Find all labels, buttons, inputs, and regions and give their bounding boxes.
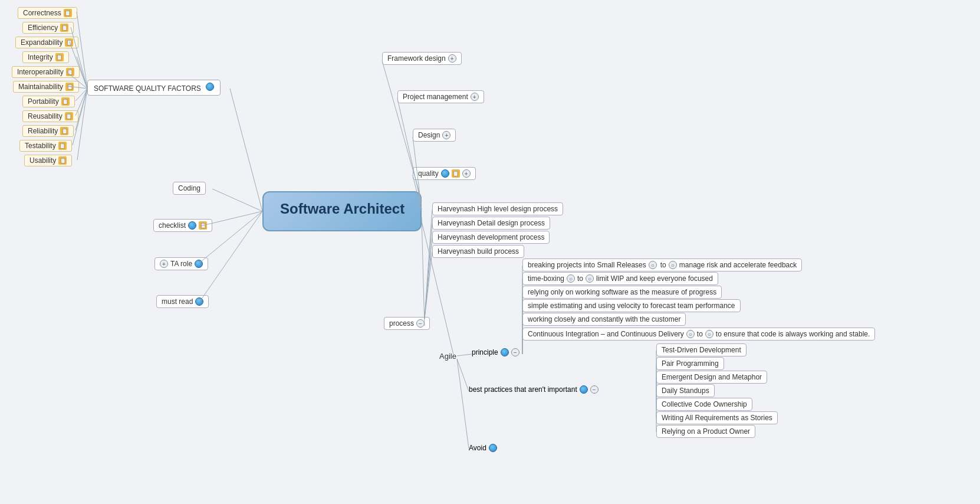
expand-icon[interactable]: −: [590, 385, 598, 394]
note-icon: 📋: [60, 127, 68, 135]
svg-line-28: [457, 359, 469, 449]
note-icon: 📋: [64, 9, 72, 17]
svg-line-12: [212, 189, 262, 211]
principle-timeboxing: time-boxing ○ to ○ limit WIP and keep ev…: [522, 272, 718, 285]
central-node: Software Architect: [262, 191, 422, 231]
coding-node[interactable]: Coding: [173, 182, 206, 195]
sidebar-label: Integrity: [28, 53, 53, 61]
quality-factors-node[interactable]: SOFTWARE QUALITY FACTORS: [87, 80, 221, 96]
sidebar-efficiency[interactable]: Efficiency 📋: [22, 22, 74, 34]
sidebar-testability[interactable]: Testability 📋: [19, 140, 72, 152]
globe-icon: [206, 83, 214, 91]
note-icon: 📋: [199, 221, 207, 230]
design-node[interactable]: Design +: [413, 129, 456, 142]
bp-pair: Pair Programming: [656, 357, 724, 370]
process-child-3: Harveynash development process: [432, 231, 550, 244]
expand-icon[interactable]: −: [416, 319, 425, 328]
globe-icon: [195, 297, 203, 306]
bp-tdd: Test-Driven Development: [656, 343, 746, 356]
note-icon: 📋: [65, 38, 73, 47]
svg-line-27: [457, 359, 469, 391]
note-icon: 📋: [66, 68, 74, 76]
note-icon: 📋: [65, 83, 74, 91]
expand-icon[interactable]: +: [448, 54, 456, 63]
framework-design-label: Framework design: [387, 54, 446, 63]
svg-line-26: [457, 354, 472, 356]
framework-design-node[interactable]: Framework design +: [382, 52, 462, 65]
note-icon: 📋: [58, 142, 67, 150]
ta-role-label: TA role: [170, 260, 192, 268]
sidebar-reliability[interactable]: Reliability 📋: [22, 125, 74, 137]
expand-icon[interactable]: +: [160, 260, 168, 268]
note-icon: 📋: [452, 169, 460, 178]
svg-line-9: [75, 89, 87, 130]
sidebar-reusability[interactable]: Reusability 📋: [22, 110, 78, 122]
sidebar-portability[interactable]: Portability 📋: [22, 96, 75, 107]
bp-stories: Writing All Requirements as Stories: [656, 411, 778, 424]
checklist-node[interactable]: checklist 📋: [153, 219, 212, 232]
principle-working-software: relying only on working software as the …: [522, 286, 722, 299]
globe-icon: [580, 385, 588, 394]
bp-collective: Collective Code Ownership: [656, 398, 752, 411]
sidebar-correctness[interactable]: Correctness 📋: [18, 7, 77, 19]
project-management-label: Project management: [403, 93, 468, 101]
expand-icon[interactable]: +: [462, 169, 471, 178]
bp-emergent: Emergent Design and Metaphor: [656, 371, 767, 384]
best-practices-label: best practices that aren't important: [469, 385, 577, 394]
globe-icon: [195, 260, 203, 268]
process-child-1: Harveynash High level design process: [432, 202, 563, 215]
sidebar-label: Interoperability: [17, 68, 64, 76]
note-icon: 📋: [65, 112, 73, 120]
expand-icon: ○: [705, 330, 713, 338]
quality-label: quality: [418, 169, 439, 178]
agile-label: Agile: [439, 352, 456, 361]
project-management-node[interactable]: Project management +: [397, 90, 484, 103]
principle-label: principle: [472, 348, 498, 356]
note-icon: 📋: [60, 24, 68, 32]
expand-icon: ○: [567, 274, 575, 283]
must-read-node[interactable]: must read: [156, 295, 209, 308]
svg-line-11: [77, 89, 87, 160]
process-child-4: Harveynash build process: [432, 245, 524, 258]
sidebar-label: Maintainability: [18, 83, 63, 91]
sidebar-maintainability[interactable]: Maintainability 📋: [13, 81, 79, 93]
avoid-node[interactable]: Avoid: [469, 444, 497, 452]
checklist-label: checklist: [159, 221, 186, 230]
expand-icon: ○: [586, 274, 594, 283]
design-label: Design: [418, 131, 440, 139]
svg-line-23: [425, 224, 432, 319]
sidebar-label: Expandability: [21, 38, 63, 47]
sidebar-expandability[interactable]: Expandability 📋: [15, 37, 78, 48]
sidebar-integrity[interactable]: Integrity 📋: [22, 51, 69, 63]
quality-factors-label: SOFTWARE QUALITY FACTORS: [94, 84, 201, 93]
expand-icon: ○: [649, 261, 657, 269]
agile-node[interactable]: Agile: [439, 352, 456, 361]
quality-node[interactable]: quality 📋 +: [413, 167, 476, 180]
sidebar-interoperability[interactable]: Interoperability 📋: [12, 66, 80, 78]
note-icon: 📋: [55, 53, 64, 61]
principle-estimating: simple estimating and using velocity to …: [522, 299, 741, 312]
expand-icon[interactable]: +: [442, 131, 450, 139]
avoid-label: Avoid: [469, 444, 486, 452]
svg-line-24: [425, 238, 432, 319]
process-label: process: [389, 319, 414, 328]
process-node[interactable]: process −: [384, 317, 430, 330]
expand-icon[interactable]: −: [511, 348, 519, 356]
best-practices-node[interactable]: best practices that aren't important −: [469, 385, 598, 394]
bp-standup: Daily Standups: [656, 384, 715, 397]
expand-icon[interactable]: +: [471, 93, 479, 101]
coding-label: Coding: [178, 184, 200, 192]
note-icon: 📋: [58, 156, 67, 165]
sidebar-label: Usability: [29, 156, 56, 165]
must-read-label: must read: [162, 297, 193, 306]
expand-icon: ○: [669, 261, 677, 269]
sidebar-label: Reliability: [28, 127, 58, 135]
globe-icon: [188, 221, 196, 230]
svg-line-0: [230, 89, 262, 211]
globe-icon: [489, 444, 497, 452]
sidebar-label: Testability: [25, 142, 56, 150]
sidebar-usability[interactable]: Usability 📋: [24, 155, 72, 166]
sidebar-label: Portability: [28, 97, 59, 106]
ta-role-node[interactable]: + TA role: [154, 257, 208, 270]
principle-node[interactable]: principle −: [472, 348, 519, 356]
